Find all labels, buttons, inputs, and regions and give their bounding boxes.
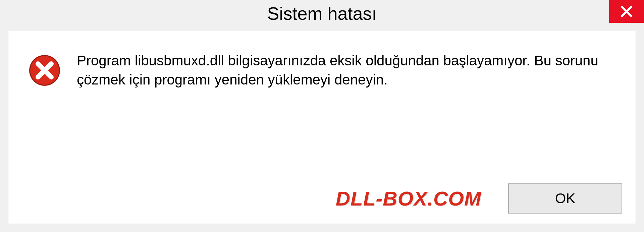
close-button[interactable]: [609, 0, 644, 23]
ok-button-label: OK: [555, 190, 576, 207]
error-message: Program libusbmuxd.dll bilgisayarınızda …: [77, 51, 615, 89]
error-icon: [29, 54, 61, 86]
message-row: Program libusbmuxd.dll bilgisayarınızda …: [8, 31, 636, 89]
title-bar: Sistem hatası: [0, 0, 644, 27]
watermark-text: DLL-BOX.COM: [336, 187, 481, 210]
ok-button[interactable]: OK: [508, 183, 622, 214]
footer-row: DLL-BOX.COM OK: [8, 183, 636, 214]
content-panel: Program libusbmuxd.dll bilgisayarınızda …: [8, 31, 636, 224]
close-icon: [620, 5, 633, 18]
dialog-title: Sistem hatası: [267, 3, 377, 24]
